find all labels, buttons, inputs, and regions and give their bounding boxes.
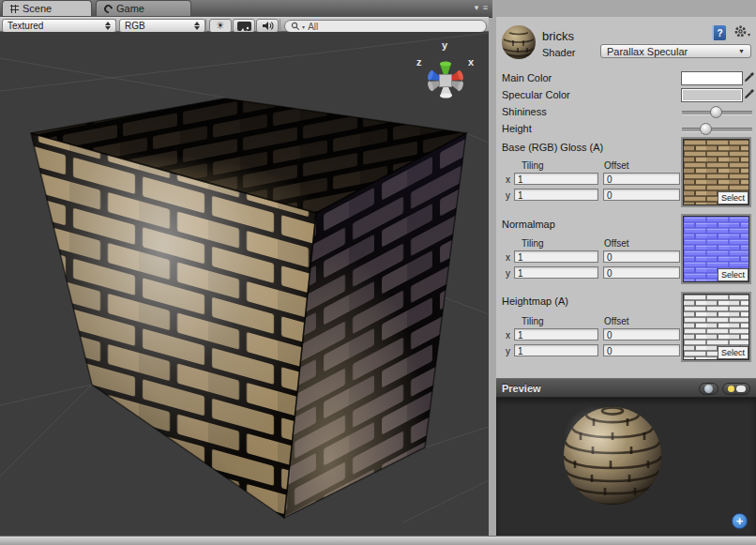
slider-knob[interactable] [700,123,712,135]
normalmap-thumbnail[interactable]: Select [683,216,749,282]
slider-track[interactable] [682,128,752,132]
offset-header: Offset [604,316,629,326]
speaker-icon [262,21,274,31]
scene-search-field[interactable]: ▾ [284,20,487,33]
preview-header[interactable]: Preview [496,378,756,398]
heightmap-select-button[interactable]: Select [718,346,748,359]
main-color-label: Main Color [502,72,552,83]
scene-pane-menu-icon[interactable]: ▾ ≡ [475,3,489,12]
scene-tabstrip: Scene Game ▾ ≡ [0,0,492,18]
unity-editor-window: Scene Game ▾ ≡ Textured RGB ☀ [0,0,756,545]
eyedropper-icon[interactable] [744,70,754,83]
heightmap-offset-y-input[interactable] [604,346,679,356]
y-row-label: y [506,190,510,201]
gear-menu-icon[interactable]: ▾ [733,24,750,38]
base-tiling-y-input[interactable] [515,190,597,201]
tab-game[interactable]: Game [96,0,191,16]
gizmo-center-cube[interactable] [440,75,452,87]
heightmap-title: Heightmap (A) [502,295,568,307]
scene-lighting-toggle[interactable]: ☀ [209,19,232,33]
brick-cube[interactable] [31,98,466,518]
base-offset-x-field[interactable] [603,173,680,185]
normalmap-select-button[interactable]: Select [718,268,748,281]
normal-tiling-y-input[interactable] [515,268,597,279]
gizmo-x-label: x [468,56,475,68]
chevron-down-icon: ▼ [738,48,745,54]
base-offset-y-input[interactable] [604,190,679,201]
tab-scene[interactable]: Scene [2,0,92,16]
sphere-icon [704,385,713,393]
heightmap-offset-x-input[interactable] [604,330,679,341]
normal-tiling-x-input[interactable] [515,252,597,263]
shininess-label: Shininess [502,106,547,117]
heightmap-tiling-y-field[interactable] [514,344,598,356]
main-color-swatch[interactable] [681,71,743,85]
help-book-icon[interactable]: ? [712,25,726,40]
color-channels-value: RGB [125,21,190,31]
normal-offset-y-input[interactable] [604,268,679,279]
toolbar-separator [205,19,206,32]
scene-grid-icon [10,5,19,13]
preview-light-toggle[interactable] [722,383,750,395]
base-map-thumbnail[interactable]: Select [683,139,749,205]
x-row-label: x [506,252,510,263]
normal-offset-x-input[interactable] [604,252,679,263]
base-tiling-y-field[interactable] [514,189,598,201]
preview-material-sphere[interactable] [496,398,756,536]
base-tiling-x-field[interactable] [514,173,598,185]
heightmap-offset-y-field[interactable] [603,344,680,356]
preview-title: Preview [496,383,541,394]
material-name: bricks [542,29,574,43]
inspector-pane: i Inspector ▾ ≡ [496,0,756,545]
scene-viewport[interactable]: y x z [0,32,489,536]
tab-game-label: Game [116,3,144,14]
updown-arrows-icon [105,22,111,30]
render-overlay-toggle[interactable] [233,19,255,33]
slider-knob[interactable] [710,106,722,118]
scene-orientation-gizmo[interactable]: y x z [406,35,487,115]
light-dot-icon [728,386,734,392]
material-ball-thumbnail [501,24,537,60]
shader-value: Parallax Specular [607,46,688,57]
render-mode-dropdown[interactable]: Textured [2,19,116,33]
specular-color-label: Specular Color [502,89,570,100]
preview-sphere-button[interactable] [699,383,718,395]
heightmap-tiling-x-input[interactable] [515,330,597,341]
x-row-label: x [506,330,510,341]
base-tiling-x-input[interactable] [515,174,597,185]
heightmap-tiling-x-field[interactable] [514,328,598,341]
normal-tiling-x-field[interactable] [514,250,598,263]
shader-label: Shader [542,47,575,58]
normalmap-title: Normalmap [502,219,555,230]
preview-body[interactable]: + [496,398,756,536]
game-unity-icon [102,3,114,15]
base-offset-x-input[interactable] [604,174,679,185]
normal-tiling-y-field[interactable] [514,266,598,279]
tiling-header: Tiling [522,316,544,326]
shader-dropdown[interactable]: Parallax Specular ▼ [600,44,751,58]
base-offset-y-field[interactable] [603,189,680,201]
normal-offset-x-field[interactable] [603,250,680,263]
offset-header: Offset [604,160,629,171]
shininess-slider[interactable] [682,106,752,118]
height-slider[interactable] [682,123,752,135]
height-label: Height [502,123,532,134]
search-filter-arrow-icon[interactable]: ▾ [302,23,305,30]
add-button[interactable]: + [732,513,748,529]
heightmap-tiling-y-input[interactable] [515,346,597,356]
heightmap-thumbnail[interactable]: Select [683,294,749,360]
specular-color-swatch[interactable] [681,88,743,102]
render-mode-value: Textured [8,21,101,31]
eyedropper-icon[interactable] [744,87,754,99]
tab-scene-label: Scene [23,3,52,14]
base-map-select-button[interactable]: Select [718,191,748,204]
tiling-header: Tiling [522,160,544,171]
heightmap-offset-x-field[interactable] [603,328,680,341]
scene-audio-toggle[interactable] [256,19,279,33]
normal-offset-y-field[interactable] [603,266,680,279]
search-icon [291,22,299,31]
tiling-header: Tiling [522,238,544,249]
search-input[interactable] [308,22,480,32]
color-channels-dropdown[interactable]: RGB [119,19,205,33]
base-map-title: Base (RGB) Gloss (A) [502,142,603,153]
